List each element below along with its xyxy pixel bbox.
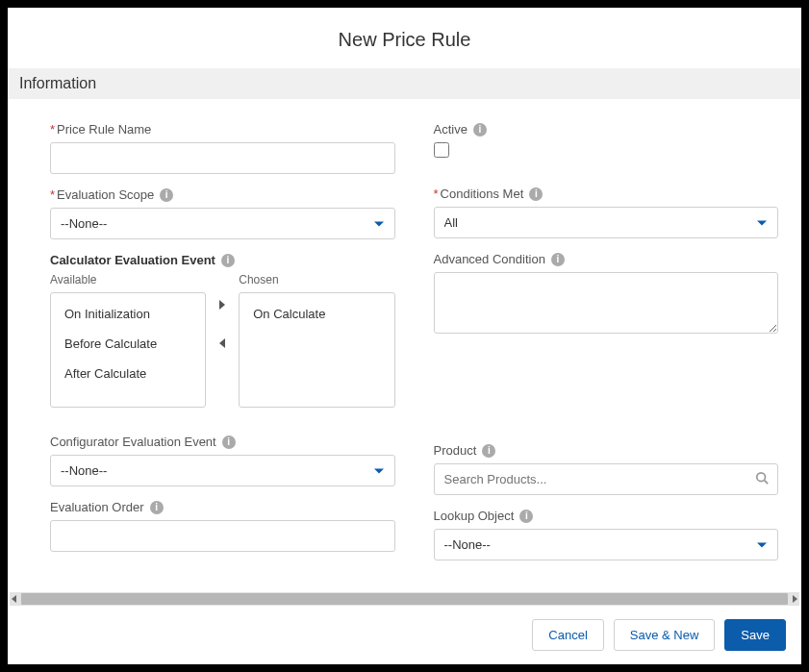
required-star: * (434, 187, 439, 201)
list-item[interactable]: Before Calculate (51, 329, 205, 359)
save-and-new-button[interactable]: Save & New (614, 619, 716, 651)
modal-dialog: New Price Rule Information *Price Rule N… (8, 8, 801, 664)
advanced-condition-label: Advanced Condition (434, 252, 545, 266)
list-item[interactable]: On Initialization (51, 299, 205, 329)
eval-order-input[interactable] (50, 520, 395, 552)
left-column: *Price Rule Name *Evaluation Scope i --N… (50, 109, 395, 560)
info-icon: i (160, 188, 173, 202)
active-label: Active (434, 122, 468, 137)
info-icon: i (222, 436, 236, 449)
product-group: Product i (434, 443, 779, 495)
lookup-object-group: Lookup Object i --None-- (434, 509, 779, 560)
list-item[interactable]: After Calculate (51, 359, 205, 388)
available-caption: Available (50, 273, 206, 286)
list-item[interactable]: On Calculate (240, 299, 393, 329)
modal-footer: Cancel Save & New Save (8, 606, 801, 664)
right-column: Active i *Conditions Met i All (434, 109, 779, 560)
info-icon: i (150, 501, 164, 514)
product-lookup-input[interactable] (434, 463, 779, 495)
active-group: Active i (434, 122, 779, 162)
page-title: New Price Rule (8, 29, 801, 51)
config-event-label: Configurator Evaluation Event (50, 435, 216, 449)
info-icon: i (473, 123, 487, 137)
dual-listbox: Available On Initialization Before Calcu… (50, 273, 395, 408)
info-icon: i (221, 254, 235, 267)
chosen-listbox[interactable]: On Calculate (239, 292, 394, 408)
evaluation-scope-label: Evaluation Scope (57, 187, 154, 202)
available-listbox[interactable]: On Initialization Before Calculate After… (50, 292, 206, 408)
lookup-object-label: Lookup Object (434, 509, 515, 523)
conditions-met-select[interactable]: All (434, 207, 779, 238)
chevron-right-icon (219, 300, 225, 310)
scrollbar-thumb[interactable] (21, 593, 788, 605)
horizontal-scrollbar[interactable] (10, 592, 799, 606)
save-button[interactable]: Save (724, 619, 786, 651)
section-information: Information (8, 68, 801, 99)
advanced-condition-textarea[interactable] (434, 272, 779, 334)
active-checkbox[interactable] (434, 142, 449, 158)
cancel-button[interactable]: Cancel (532, 619, 603, 651)
calc-event-label: Calculator Evaluation Event (50, 253, 215, 267)
modal-header: New Price Rule (8, 8, 801, 68)
svg-line-1 (765, 480, 769, 484)
eval-order-group: Evaluation Order i (50, 500, 395, 552)
move-right-button[interactable] (217, 300, 227, 310)
svg-point-0 (757, 472, 766, 481)
product-label: Product (434, 443, 477, 458)
form-body: *Price Rule Name *Evaluation Scope i --N… (8, 99, 801, 592)
advanced-condition-group: Advanced Condition i (434, 252, 779, 337)
eval-order-label: Evaluation Order (50, 500, 144, 514)
chevron-left-icon (219, 338, 225, 348)
evaluation-scope-select[interactable]: --None-- (50, 208, 395, 239)
price-rule-name-input[interactable] (50, 142, 395, 174)
config-event-select[interactable]: --None-- (50, 455, 395, 486)
calc-event-group: Calculator Evaluation Event i Available … (50, 253, 395, 408)
info-icon: i (519, 510, 533, 523)
search-icon[interactable] (755, 471, 769, 488)
chosen-caption: Chosen (239, 273, 394, 286)
required-star: * (50, 187, 55, 202)
lookup-object-select[interactable]: --None-- (434, 529, 779, 560)
info-icon: i (529, 187, 543, 201)
required-star: * (50, 122, 55, 137)
price-rule-name-group: *Price Rule Name (50, 122, 395, 174)
conditions-met-label: Conditions Met (441, 187, 524, 201)
conditions-met-group: *Conditions Met i All (434, 187, 779, 238)
price-rule-name-label: Price Rule Name (57, 122, 151, 137)
evaluation-scope-group: *Evaluation Scope i --None-- (50, 187, 395, 239)
info-icon: i (482, 444, 495, 458)
move-left-button[interactable] (217, 338, 227, 348)
config-event-group: Configurator Evaluation Event i --None-- (50, 435, 395, 486)
info-icon: i (551, 253, 565, 266)
